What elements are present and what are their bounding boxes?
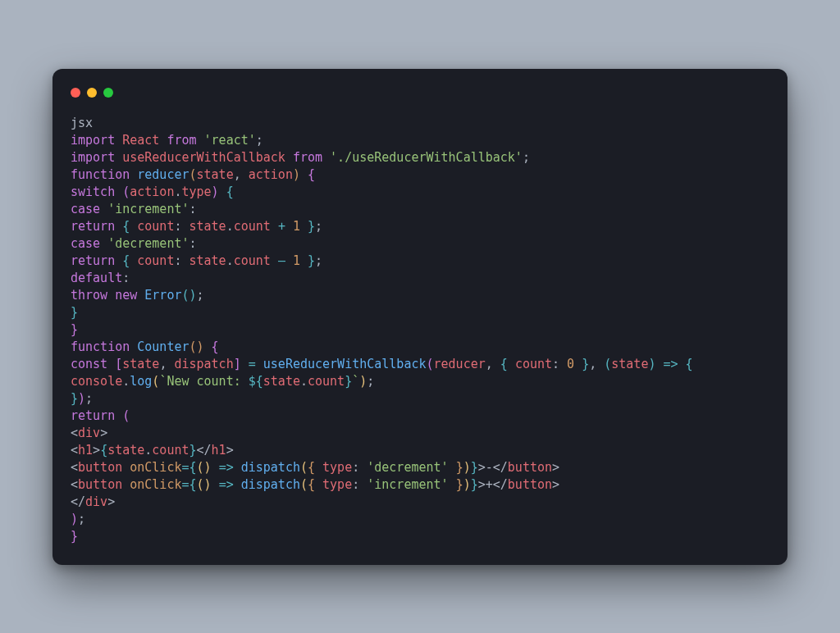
code-token: state: [189, 219, 226, 234]
code-token: button: [78, 460, 122, 475]
code-token: ;: [85, 391, 93, 406]
code-token: 0: [567, 357, 574, 371]
code-token: [322, 150, 330, 165]
code-line: });: [71, 391, 93, 406]
code-token: [212, 460, 219, 475]
code-token: [271, 253, 278, 268]
code-token: ): [71, 512, 78, 526]
code-line: console.log(`New count: ${state.count}`)…: [71, 374, 374, 389]
code-token: .: [226, 219, 234, 234]
code-token: [107, 357, 115, 371]
code-line: switch (action.type) {: [71, 184, 234, 199]
code-line: const [state, dispatch] = useReducerWith…: [71, 357, 693, 371]
code-token: dispatch: [241, 460, 300, 475]
code-token: state: [197, 167, 234, 182]
code-token: case: [71, 202, 100, 216]
code-token: .: [300, 374, 308, 389]
code-token: =>: [664, 357, 678, 371]
code-token: (: [197, 460, 204, 475]
code-token: [115, 253, 122, 268]
code-token: {: [686, 357, 693, 371]
code-token: [130, 253, 137, 268]
code-token: ,: [159, 357, 174, 371]
code-token: return: [71, 408, 115, 423]
code-token: [: [115, 357, 122, 371]
code-token: ): [78, 391, 85, 406]
code-token: ,: [486, 357, 500, 371]
code-token: ;: [78, 512, 85, 526]
code-token: [285, 150, 293, 165]
code-token: {: [226, 184, 234, 199]
code-token: >-</: [478, 460, 508, 475]
code-token: (: [122, 408, 130, 423]
code-token: =: [181, 477, 189, 492]
code-token: type: [322, 477, 352, 492]
code-token: default: [71, 271, 122, 285]
code-line: </div>: [71, 494, 115, 509]
code-token: `New count:: [159, 374, 248, 389]
code-token: (: [427, 357, 434, 371]
code-token: >: [107, 494, 115, 509]
code-token: </: [71, 494, 85, 509]
code-token: [115, 184, 122, 199]
code-token: [137, 288, 144, 303]
code-token: {: [100, 443, 107, 458]
code-token: ): [197, 339, 204, 354]
code-token: type: [181, 184, 211, 199]
code-token: const: [71, 357, 107, 371]
code-token: [100, 202, 107, 216]
code-token: [100, 236, 107, 251]
code-token: onClick: [130, 477, 181, 492]
code-token: [449, 477, 456, 492]
code-line: throw new Error();: [71, 288, 204, 303]
code-token: Counter: [137, 339, 189, 354]
code-token: import: [71, 133, 115, 148]
close-icon[interactable]: [71, 88, 80, 98]
code-token: ;: [315, 219, 322, 234]
code-token: 'increment': [367, 477, 448, 492]
code-token: useReducerWithCallback: [263, 357, 427, 371]
code-line: function reducer(state, action) {: [71, 167, 315, 182]
code-line: case 'increment':: [71, 202, 197, 216]
minimize-icon[interactable]: [87, 88, 97, 98]
code-token: :: [122, 271, 130, 285]
code-token: [115, 219, 122, 234]
code-token: >: [226, 443, 234, 458]
code-token: }: [71, 322, 78, 337]
code-token: [204, 339, 212, 354]
code-token: }: [71, 391, 78, 406]
code-token: {: [212, 339, 219, 354]
code-token: (: [189, 167, 197, 182]
code-token: [241, 357, 249, 371]
zoom-icon[interactable]: [103, 88, 113, 98]
code-token: (: [604, 357, 611, 371]
code-token: new: [115, 288, 137, 303]
code-line: default:: [71, 271, 130, 285]
code-line: }: [71, 322, 78, 337]
code-token: ;: [197, 288, 204, 303]
code-token: ): [204, 477, 212, 492]
code-token: <: [71, 443, 78, 458]
code-token: React: [122, 133, 159, 148]
code-token: console: [71, 374, 122, 389]
code-token: }: [71, 529, 78, 544]
code-line: return (: [71, 408, 130, 423]
code-token: :: [352, 460, 367, 475]
code-line: }: [71, 529, 78, 544]
code-token: 'decrement': [107, 236, 189, 251]
code-token: <: [71, 460, 78, 475]
code-token: +: [278, 219, 285, 234]
code-token: `: [352, 374, 359, 389]
code-token: log: [130, 374, 152, 389]
code-token: [122, 477, 130, 492]
code-token: =: [249, 357, 256, 371]
code-token: ): [359, 374, 367, 389]
code-token: [115, 133, 122, 148]
code-token: useReducerWithCallback: [122, 150, 285, 165]
code-token: [315, 477, 322, 492]
code-editor: jsx import React from 'react'; import us…: [71, 115, 769, 545]
code-token: {: [500, 357, 508, 371]
code-token: <: [71, 477, 78, 492]
code-token: switch: [71, 184, 115, 199]
code-line: case 'decrement':: [71, 236, 197, 251]
